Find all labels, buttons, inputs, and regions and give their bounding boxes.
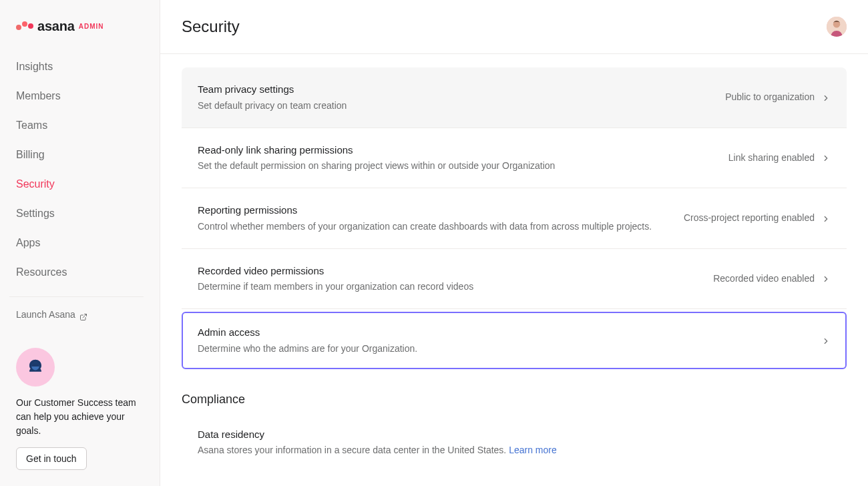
chevron-right-icon <box>821 214 831 223</box>
setting-desc: Control whether members of your organiza… <box>198 220 668 234</box>
sidebar-item-label: Teams <box>16 119 47 131</box>
brand-word: asana <box>37 16 75 36</box>
setting-row-reporting[interactable]: Reporting permissions Control whether me… <box>182 188 847 249</box>
sidebar-item-label: Settings <box>16 208 55 219</box>
sidebar-item-apps[interactable]: Apps <box>0 228 160 258</box>
chevron-right-icon <box>821 153 831 162</box>
setting-value: Cross-project reporting enabled <box>684 211 815 225</box>
setting-row-admin-access[interactable]: Admin access Determine who the admins ar… <box>182 312 847 369</box>
section-heading-compliance: Compliance <box>182 372 847 413</box>
setting-title: Team privacy settings <box>198 82 709 97</box>
chevron-right-icon <box>821 93 831 102</box>
asana-logo-icon <box>16 23 33 29</box>
sidebar-item-settings[interactable]: Settings <box>0 199 160 228</box>
content-area: Team privacy settings Set default privac… <box>160 54 868 486</box>
help-panel: Our Customer Success team can help you a… <box>0 348 160 470</box>
desc-prefix: Asana stores your information in a secur… <box>198 445 509 455</box>
get-in-touch-button[interactable]: Get in touch <box>16 447 87 470</box>
sidebar-item-label: Billing <box>16 149 45 160</box>
main: Security Team privacy settings Set defau… <box>160 0 868 486</box>
setting-row-link-sharing[interactable]: Read-only link sharing permissions Set t… <box>182 128 847 189</box>
setting-title: Data residency <box>198 427 815 443</box>
setting-title: Reporting permissions <box>198 203 668 218</box>
setting-desc: Set the default permission on sharing pr… <box>198 159 712 173</box>
sidebar-item-insights[interactable]: Insights <box>0 52 160 81</box>
user-avatar[interactable] <box>827 17 847 37</box>
sidebar-item-label: Insights <box>16 61 53 72</box>
svg-line-0 <box>83 314 87 318</box>
sidebar-item-resources[interactable]: Resources <box>0 258 160 287</box>
sidebar-item-billing[interactable]: Billing <box>0 140 160 170</box>
page-header: Security <box>160 0 868 54</box>
setting-desc: Set default privacy on team creation <box>198 99 709 113</box>
setting-desc: Asana stores your information in a secur… <box>198 443 815 457</box>
setting-desc: Determine if team members in your organi… <box>198 280 697 294</box>
setting-value: Public to organization <box>725 90 815 104</box>
sidebar-item-members[interactable]: Members <box>0 81 160 111</box>
brand-logo: asana ADMIN <box>0 16 160 49</box>
learn-more-link[interactable]: Learn more <box>509 445 557 455</box>
setting-row-data-residency[interactable]: Data residency Asana stores your informa… <box>182 413 847 473</box>
setting-title: Admin access <box>198 325 805 340</box>
sidebar-item-security[interactable]: Security <box>0 170 160 199</box>
sidebar-nav: Insights Members Teams Billing Security … <box>0 49 160 290</box>
help-text: Our Customer Success team can help you a… <box>16 396 144 438</box>
sidebar-item-label: Apps <box>16 237 40 248</box>
sidebar: asana ADMIN Insights Members Teams Billi… <box>0 0 160 486</box>
brand-admin-badge: ADMIN <box>79 21 104 31</box>
sidebar-item-label: Security <box>16 178 55 190</box>
help-avatar-icon <box>16 348 55 387</box>
sidebar-item-label: Resources <box>16 266 67 278</box>
setting-value: Link sharing enabled <box>728 151 815 165</box>
launch-label: Launch Asana <box>16 308 75 322</box>
sidebar-item-teams[interactable]: Teams <box>0 111 160 140</box>
chevron-right-icon <box>821 336 831 345</box>
sidebar-divider <box>9 296 144 297</box>
sidebar-item-label: Members <box>16 90 61 101</box>
setting-row-recorded-video[interactable]: Recorded video permissions Determine if … <box>182 249 847 310</box>
setting-title: Read-only link sharing permissions <box>198 143 712 158</box>
page-title: Security <box>182 15 240 39</box>
chevron-right-icon <box>821 274 831 283</box>
setting-title: Recorded video permissions <box>198 264 697 279</box>
setting-row-team-privacy[interactable]: Team privacy settings Set default privac… <box>182 67 847 128</box>
external-link-icon <box>79 311 87 319</box>
setting-desc: Determine who the admins are for your Or… <box>198 342 805 356</box>
setting-value: Recorded video enabled <box>713 272 815 286</box>
launch-asana-link[interactable]: Launch Asana <box>0 306 160 322</box>
